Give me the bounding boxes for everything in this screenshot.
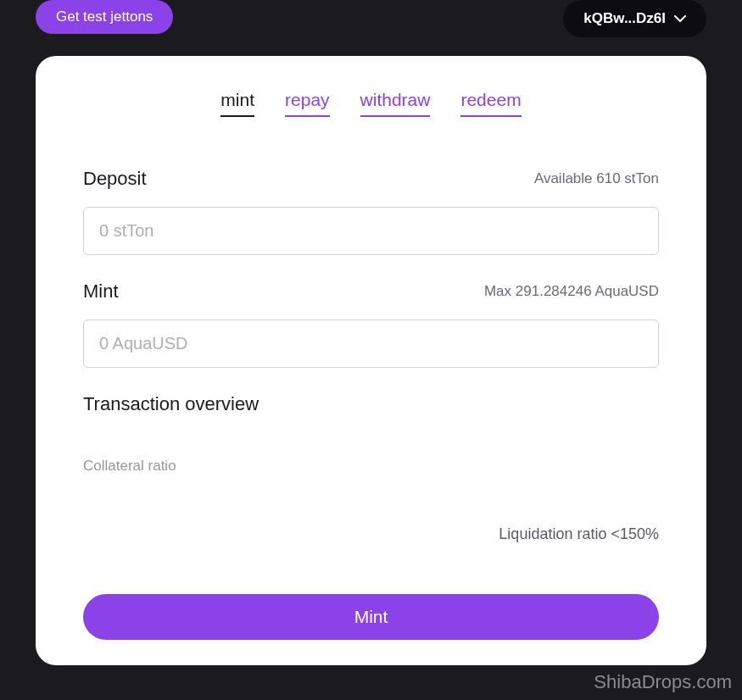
mint-header: Mint Max 291.284246 AquaUSD bbox=[83, 281, 659, 303]
deposit-available: Available 610 stTon bbox=[534, 170, 659, 187]
deposit-input[interactable] bbox=[83, 207, 659, 255]
wallet-address: kQBw...Dz6I bbox=[583, 10, 666, 27]
get-test-jettons-button[interactable]: Get test jettons bbox=[36, 0, 173, 34]
mint-card: mint repay withdraw redeem Deposit Avail… bbox=[36, 56, 706, 665]
tab-repay[interactable]: repay bbox=[285, 90, 330, 117]
chevron-down-icon bbox=[674, 15, 686, 22]
wallet-selector[interactable]: kQBw...Dz6I bbox=[563, 0, 706, 37]
tab-withdraw[interactable]: withdraw bbox=[360, 90, 431, 117]
tab-mint[interactable]: mint bbox=[220, 90, 254, 117]
deposit-header: Deposit Available 610 stTon bbox=[83, 168, 659, 190]
tabs: mint repay withdraw redeem bbox=[83, 90, 659, 117]
mint-button[interactable]: Mint bbox=[83, 594, 659, 640]
transaction-overview-title: Transaction overview bbox=[83, 393, 659, 415]
mint-max: Max 291.284246 AquaUSD bbox=[484, 283, 659, 300]
deposit-label: Deposit bbox=[83, 168, 147, 190]
mint-label: Mint bbox=[83, 281, 119, 303]
collateral-ratio-label: Collateral ratio bbox=[83, 458, 659, 475]
liquidation-ratio-text: Liquidation ratio <150% bbox=[83, 525, 659, 543]
tab-redeem[interactable]: redeem bbox=[460, 90, 521, 117]
mint-input[interactable] bbox=[83, 319, 659, 368]
watermark: ShibaDrops.com bbox=[594, 671, 732, 693]
